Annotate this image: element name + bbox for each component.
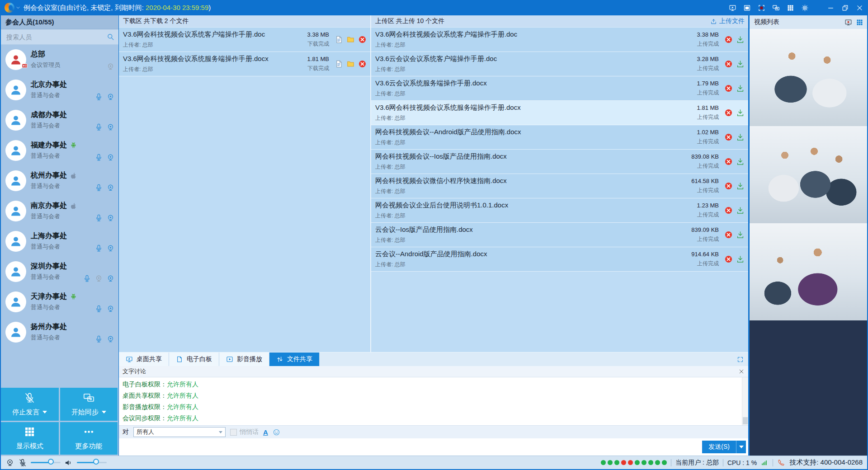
cam-icon[interactable] <box>106 274 115 283</box>
download-icon[interactable] <box>736 84 745 93</box>
upload-file-row[interactable]: 网会科技视频会议--Android版产品使用指南.docx 上传者: 总部 1.… <box>371 125 748 150</box>
dropdown-arrow-icon[interactable] <box>42 411 47 414</box>
minimize-icon[interactable] <box>827 4 835 12</box>
maximize-icon[interactable] <box>841 4 849 12</box>
upload-file-row[interactable]: 网会科技视频会议--Ios版产品使用指南.docx 上传者: 总部 839.08… <box>371 150 748 174</box>
display-mode-button[interactable]: 显示模式 <box>1 422 59 455</box>
upload-file-row[interactable]: 云会议--Android版产品使用指南.docx 上传者: 总部 914.64 … <box>371 247 748 272</box>
expand-icon[interactable] <box>737 356 744 363</box>
delete-icon[interactable] <box>724 60 733 68</box>
delete-icon[interactable] <box>724 84 733 93</box>
delete-icon[interactable] <box>724 182 733 190</box>
upload-file-link[interactable]: 上传文件 <box>710 17 745 25</box>
download-icon[interactable] <box>736 60 745 68</box>
delete-icon[interactable] <box>724 157 733 166</box>
open-folder-icon[interactable] <box>346 60 355 68</box>
record-icon[interactable] <box>758 4 765 12</box>
mic-icon[interactable] <box>94 93 103 101</box>
delete-icon[interactable] <box>724 35 733 44</box>
mic-icon[interactable] <box>94 244 103 253</box>
scrollbar-thumb[interactable] <box>743 417 748 424</box>
tab-whiteboard[interactable]: 电子白板 <box>169 352 219 366</box>
speaker-icon[interactable] <box>64 458 73 467</box>
delete-icon[interactable] <box>724 133 733 141</box>
download-file-row[interactable]: V3.6网会科技视频会议系统客户端操作手册.doc 上传者: 总部 3.38 M… <box>119 28 370 52</box>
send-button[interactable]: 发送(S) <box>702 441 736 453</box>
open-folder-icon[interactable] <box>346 35 355 44</box>
upload-file-row[interactable]: V3.6云会议会议系统客户端操作手册.doc 上传者: 总部 3.28 MB 上… <box>371 52 748 76</box>
search-box[interactable] <box>1 29 118 45</box>
stop-speaking-button[interactable]: 停止发言 <box>1 388 59 421</box>
cam-grey-icon[interactable] <box>106 62 115 71</box>
participant-row[interactable]: 福建办事处 普通与会者 <box>1 135 118 165</box>
mic-icon[interactable] <box>83 274 91 283</box>
video-thumbnail[interactable] <box>750 126 867 223</box>
whiteboard-icon[interactable] <box>743 4 751 12</box>
search-icon[interactable] <box>106 33 115 41</box>
delete-icon[interactable] <box>724 255 733 263</box>
mic-icon[interactable] <box>94 153 103 162</box>
participant-row[interactable]: 扬州办事处 普通与会者 <box>1 317 118 347</box>
video-thumbnail[interactable] <box>750 223 867 320</box>
send-options-button[interactable] <box>736 441 746 453</box>
webcam-icon[interactable] <box>5 458 14 467</box>
cam-icon[interactable] <box>106 93 115 101</box>
participant-row[interactable]: 总部 会议管理员 <box>1 44 118 75</box>
delete-icon[interactable] <box>358 35 367 44</box>
participant-row[interactable]: 南京办事处 普通与会者 <box>1 196 118 226</box>
download-icon[interactable] <box>736 35 745 44</box>
mic-icon[interactable] <box>94 305 103 313</box>
sync-icon[interactable] <box>772 4 780 12</box>
whisper-checkbox[interactable] <box>230 429 237 436</box>
tab-media-play[interactable]: 影音播放 <box>219 352 269 366</box>
participant-row[interactable]: 杭州办事处 普通与会者 <box>1 165 118 196</box>
mic-muted-icon[interactable] <box>18 458 27 467</box>
cam-icon[interactable] <box>106 214 115 222</box>
recipient-select[interactable]: 所有人 <box>133 427 226 437</box>
emoji-icon[interactable] <box>273 428 280 436</box>
download-icon[interactable] <box>736 230 745 239</box>
upload-file-row[interactable]: 网会科技视频会议微信小程序快速指南.docx 上传者: 总部 614.58 KB… <box>371 174 748 198</box>
search-input[interactable] <box>5 33 106 41</box>
settings-icon[interactable] <box>801 4 809 12</box>
participant-row[interactable]: 深圳办事处 普通与会者 <box>1 256 118 287</box>
dropdown-arrow-icon[interactable] <box>102 411 106 414</box>
cam-icon[interactable] <box>106 123 115 132</box>
message-input-area[interactable]: 发送(S) <box>119 438 748 456</box>
open-file-icon[interactable] <box>335 60 343 68</box>
screen-record-icon[interactable] <box>844 19 852 26</box>
close-icon[interactable] <box>856 4 863 12</box>
video-grid-icon[interactable] <box>856 19 863 26</box>
upload-file-row[interactable]: 云会议--Ios版产品使用指南.docx 上传者: 总部 839.09 KB 上… <box>371 223 748 247</box>
start-sync-button[interactable]: 开始同步 <box>60 388 118 421</box>
cam-icon[interactable] <box>106 244 115 253</box>
mic-volume-slider[interactable] <box>31 462 61 463</box>
cam-icon[interactable] <box>106 335 115 343</box>
speaker-volume-slider[interactable] <box>77 462 107 463</box>
more-functions-button[interactable]: 更多功能 <box>60 422 118 455</box>
mic-icon[interactable] <box>94 183 103 192</box>
display-mode-icon[interactable] <box>787 4 794 12</box>
delete-icon[interactable] <box>724 230 733 239</box>
font-color-icon[interactable]: A <box>263 428 268 436</box>
cam-icon[interactable] <box>106 183 115 192</box>
open-file-icon[interactable] <box>335 35 343 44</box>
download-icon[interactable] <box>736 133 745 141</box>
mic-icon[interactable] <box>94 335 103 343</box>
participant-row[interactable]: 上海办事处 普通与会者 <box>1 226 118 256</box>
download-icon[interactable] <box>736 206 745 215</box>
download-icon[interactable] <box>736 108 745 117</box>
delete-icon[interactable] <box>724 206 733 215</box>
download-icon[interactable] <box>736 182 745 190</box>
mic-icon[interactable] <box>94 214 103 222</box>
upload-file-row[interactable]: V3.6网会科技视频会议系统服务端操作手册.docx 上传者: 总部 1.81 … <box>371 101 748 125</box>
tab-desktop-share[interactable]: 桌面共享 <box>119 352 169 366</box>
mic-icon[interactable] <box>94 123 103 132</box>
participant-row[interactable]: 天津办事处 普通与会者 <box>1 287 118 317</box>
download-icon[interactable] <box>736 157 745 166</box>
upload-file-row[interactable]: V3.6网会科技视频会议系统客户端操作手册.doc 上传者: 总部 3.38 M… <box>371 28 748 52</box>
chevron-down-icon[interactable] <box>15 5 21 10</box>
chat-scrollbar[interactable] <box>742 377 748 425</box>
delete-icon[interactable] <box>724 108 733 117</box>
participant-row[interactable]: 成都办事处 普通与会者 <box>1 105 118 135</box>
